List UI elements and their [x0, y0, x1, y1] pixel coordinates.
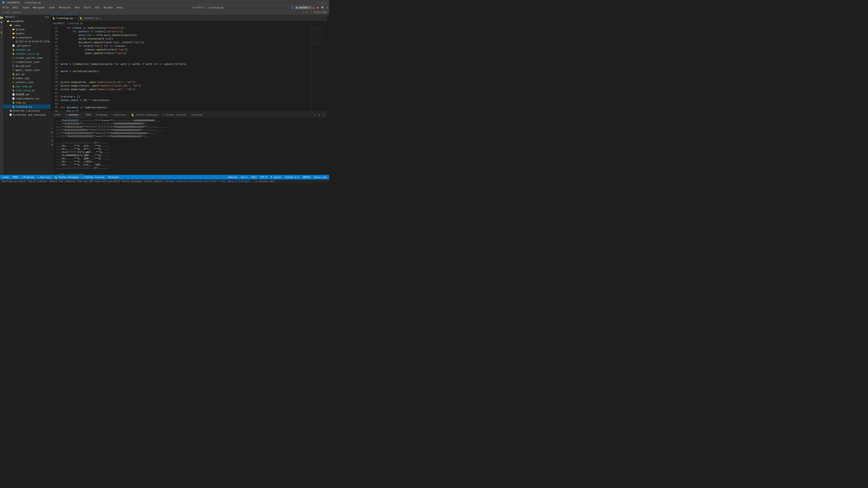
menu-view[interactable]: View [21, 6, 31, 9]
tree-item-external-libs[interactable]: ▸ 📚 External Libraries [3, 109, 51, 113]
panel-tab-close-button[interactable]: ✕ [79, 113, 81, 116]
panel-error-icon[interactable]: ⏹ [51, 131, 53, 133]
maximize-button[interactable]: □ [320, 1, 324, 4]
sidebar-settings-icon[interactable]: ⚙ [47, 16, 49, 18]
panel-tab-python-packages[interactable]: 🐍 Python Packages [129, 112, 160, 118]
menu-vcs[interactable]: VCS [93, 6, 101, 9]
tree-item-temp[interactable]: 🐍 temp.py [3, 101, 51, 105]
terminal-line [56, 138, 326, 141]
notification-link-dont-show[interactable]: Don't show again [212, 180, 234, 183]
menu-window[interactable]: Window [102, 6, 115, 9]
tree-item-nltk-setup[interactable]: 🐍 nltk_setup.py [3, 88, 51, 92]
editor-scrollbar[interactable] [327, 15, 329, 175]
tree-item-newjarvis[interactable]: ▾ 📁 newJARVIS [3, 19, 51, 23]
run-button[interactable]: ▶ [313, 6, 315, 9]
code-editor[interactable]: for intent in tqdm(intents["intents"]): … [59, 25, 311, 111]
panel-hide-button[interactable]: ─ [308, 113, 312, 117]
activity-git[interactable]: ⎇ [0, 26, 3, 29]
sourcery-icon: ✦ [38, 176, 39, 178]
terminal-output[interactable]: ....7%%SSSSSSS5!::::::::::**!!*>>>>>**!:… [54, 118, 327, 175]
minimize-button[interactable]: ─ [317, 1, 320, 4]
code-line: if intent["tag"] not in classes: [61, 44, 310, 48]
activity-explorer[interactable]: 📁 [0, 16, 3, 19]
tree-item-github[interactable]: ▸ 📁 github [3, 27, 51, 31]
panel-tab-sourcery[interactable]: ✦ Sourcery [110, 112, 128, 118]
search-everywhere-button[interactable]: 🔍 [321, 6, 324, 9]
notification-link-always[interactable]: Always download [167, 180, 187, 183]
notification-link-once[interactable]: Download once [191, 180, 209, 183]
statusbar-event-log[interactable]: Event Log [313, 175, 327, 180]
statusbar-problems[interactable]: ⚠ Problems [21, 175, 35, 180]
tree-item-credentials[interactable]: {} credentials.json [3, 60, 51, 64]
panel-tab-terminal[interactable]: Terminal [189, 112, 205, 118]
tree-item-readme[interactable]: 📄 README.md [3, 92, 51, 96]
statusbar-encoding[interactable]: UTF-8 [259, 175, 268, 180]
menu-help[interactable]: Help [115, 6, 125, 9]
menu-edit[interactable]: Edit [11, 6, 21, 9]
panel-tab-python-console[interactable]: ⌨ Python Console [161, 112, 188, 118]
run-config-dropdown[interactable]: ▶ chatbot ▾ [295, 6, 311, 9]
panel-clear-icon[interactable]: 🗑 [51, 139, 53, 142]
tree-item-models[interactable]: ▸ 📁 models [3, 31, 51, 35]
panel-wrap-icon[interactable]: ↩ [51, 135, 53, 138]
statusbar-python-console[interactable]: ⌨ Python Console [82, 175, 105, 180]
statusbar-tabnine[interactable]: tabnine [227, 175, 238, 180]
settings-button[interactable]: ⚙ [327, 6, 328, 9]
sidebar-title: Project ▾ [5, 16, 18, 18]
tab-close-button[interactable]: ✕ [74, 17, 76, 20]
statusbar-line-ending[interactable]: CRLF [250, 175, 257, 180]
tab-chatbot[interactable]: 🐍 chatbot.py ✕ [78, 15, 103, 21]
statusbar-sourcery[interactable]: ✦ Sourcery [37, 175, 52, 180]
statusbar-python[interactable]: Python 3.9 [284, 175, 300, 180]
statusbar-todo[interactable]: TODO [11, 175, 19, 180]
tree-item-gui[interactable]: 🐍 gui.py [3, 72, 51, 76]
tree-item-intents[interactable]: {} intents.json [3, 80, 51, 84]
notification-link-configure[interactable]: Configure... [238, 180, 254, 183]
tree-item-db[interactable]: 🗄 db.sqlite3 [3, 64, 51, 68]
panel-tab-run[interactable]: ▶ Run [53, 112, 63, 118]
panel-filter-icon[interactable]: ⚙ [51, 127, 53, 129]
panel-tab-problems[interactable]: Problems [94, 112, 110, 118]
tab-close-button[interactable]: ✕ [100, 17, 101, 20]
tree-item-chatbot[interactable]: 🐍 chatbot.py [3, 48, 51, 52]
sidebar-collapse-icon[interactable]: ⊟ [45, 16, 46, 18]
activity-debug[interactable]: 🐛 [0, 31, 3, 34]
menu-run[interactable]: Run [73, 6, 81, 9]
panel-pin-icon[interactable]: 📌 [51, 143, 53, 146]
close-button[interactable]: ✕ [324, 1, 327, 4]
tree-item-screenshots[interactable]: ▾ 📁 screenshots [3, 35, 51, 39]
panel-close-button[interactable]: ✕ [322, 113, 326, 117]
panel-settings-button[interactable]: ⚙ [317, 113, 321, 117]
tree-item-gmail-token[interactable]: {} gmail_token.json [3, 68, 51, 72]
menu-tools[interactable]: Tools [82, 6, 93, 9]
menu-file[interactable]: File [1, 6, 11, 9]
statusbar-terminal[interactable]: Terminal [107, 175, 120, 180]
tree-item-scratches[interactable]: ▸ 📝 Scratches and Consoles [3, 113, 51, 117]
tree-item-idea[interactable]: ▸ 📁 .idea [3, 23, 51, 27]
statusbar-python-packages[interactable]: 🐍 Python Packages [54, 175, 80, 180]
tab-training[interactable]: 🐍 training.py ✕ [51, 15, 78, 21]
menu-navigate[interactable]: Navigate [31, 6, 47, 9]
tree-item-gitignore[interactable]: 📄 .gitignore [3, 43, 51, 48]
tree-item-screenshot-png[interactable]: 🖼 2021-01-20-20-04-53.137783-screenshot.… [3, 39, 51, 43]
tree-item-requirements[interactable]: 📄 requirements.txt [3, 96, 51, 101]
activity-extensions[interactable]: ⚙ [0, 36, 3, 39]
statusbar-run[interactable]: ▶ Run [2, 175, 10, 180]
activity-search[interactable]: 🔍 [0, 21, 3, 24]
menu-refactor[interactable]: Refactor [57, 6, 73, 9]
tree-item-new-lamp[interactable]: 🐍 new_lamp.py [3, 84, 51, 88]
tree-item-chatbot-utils[interactable]: 🐍 chatbot_utils.py [3, 52, 51, 56]
tree-item-training[interactable]: 🐍 training.py [3, 105, 51, 109]
statusbar-indent[interactable]: 4 spaces [270, 175, 282, 180]
tree-item-index-jpg[interactable]: 🖼 index.jpg [3, 76, 51, 80]
tree-item-client-secret[interactable]: {} client_secret.json [3, 56, 51, 60]
panel-scroll-up[interactable]: ↑ [51, 119, 53, 121]
statusbar-location[interactable]: 411:1 [240, 175, 248, 180]
statusbar-jarvis[interactable]: JARVIS [302, 175, 311, 180]
panel-expand-button[interactable]: □ [313, 113, 316, 117]
stop-button[interactable]: ⏹ [316, 6, 319, 9]
panel-tab-todo[interactable]: TODO [84, 112, 93, 118]
menu-code[interactable]: Code [47, 6, 57, 9]
panel-tab-chatbot[interactable]: ▶ chatbot ✕ [64, 112, 83, 118]
panel-scroll-down[interactable]: ↓ [51, 123, 53, 125]
